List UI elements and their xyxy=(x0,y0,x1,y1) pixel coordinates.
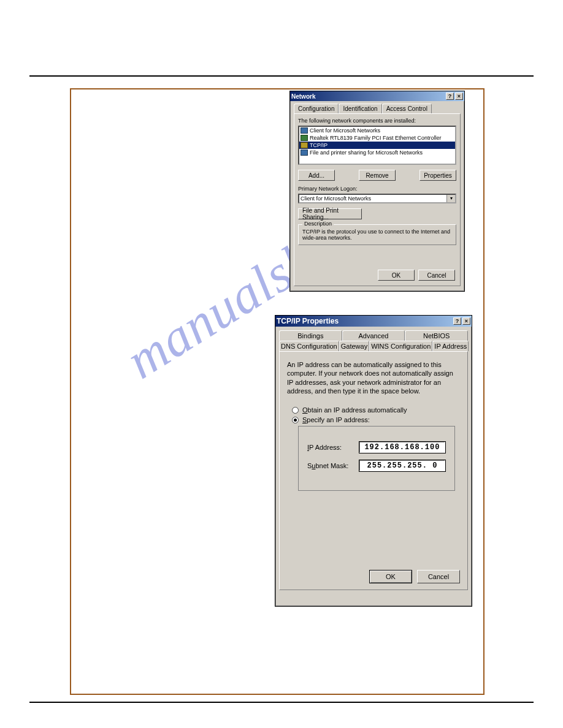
list-item[interactable]: Realtek RTL8139 Family PCI Fast Ethernet… xyxy=(299,134,455,142)
help-icon[interactable]: ? xyxy=(453,317,461,325)
close-icon[interactable]: × xyxy=(455,93,463,100)
add-button[interactable]: Add... xyxy=(298,170,335,181)
tab-ipaddress[interactable]: IP Address xyxy=(432,341,469,351)
page-bottom-rule xyxy=(29,702,534,703)
list-item-label: Client for Microsoft Networks xyxy=(310,127,380,134)
list-item[interactable]: Client for Microsoft Networks xyxy=(299,127,455,134)
list-item-label: File and printer sharing for Microsoft N… xyxy=(310,150,423,156)
tcpip-title: TCP/IP Properties xyxy=(277,317,339,325)
ip-fieldset: IP Address: 192.168.168.100 Subnet Mask:… xyxy=(298,426,455,491)
cancel-button[interactable]: Cancel xyxy=(417,570,460,583)
file-print-sharing-button[interactable]: File and Print Sharing... xyxy=(298,208,362,219)
tcpip-tabs: Bindings Advanced NetBIOS DNS Configurat… xyxy=(279,330,468,351)
document-frame: manualshive.com Network ? × Configuratio… xyxy=(70,88,484,695)
description-text: TCP/IP is the protocol you use to connec… xyxy=(302,229,452,241)
list-item-label: Realtek RTL8139 Family PCI Fast Ethernet… xyxy=(310,135,441,141)
components-listbox[interactable]: Client for Microsoft Networks Realtek RT… xyxy=(298,126,456,165)
properties-button[interactable]: Properties xyxy=(419,170,456,181)
network-dialog: Network ? × Configuration Identification… xyxy=(289,91,465,292)
radio-icon xyxy=(292,417,299,423)
help-icon[interactable]: ? xyxy=(446,93,454,100)
tcpip-titlebar: TCP/IP Properties ? × xyxy=(275,316,472,327)
logon-select[interactable]: Client for Microsoft Networks ▾ xyxy=(298,194,456,203)
ip-address-label: IP Address: xyxy=(307,444,353,451)
list-item[interactable]: TCP/IP xyxy=(299,142,455,149)
chevron-down-icon[interactable]: ▾ xyxy=(446,195,455,202)
close-icon[interactable]: × xyxy=(462,317,470,325)
description-group: Description TCP/IP is the protocol you u… xyxy=(298,224,456,245)
service-icon xyxy=(301,150,308,156)
tab-configuration[interactable]: Configuration xyxy=(294,104,339,113)
logon-value: Client for Microsoft Networks xyxy=(301,195,371,202)
client-icon xyxy=(301,127,308,134)
protocol-icon xyxy=(301,142,308,148)
ok-button[interactable]: OK xyxy=(378,270,415,281)
radio-specify[interactable]: Specify an IP address: xyxy=(292,416,460,423)
radio-specify-label: Specify an IP address: xyxy=(302,416,370,423)
subnet-mask-label: Subnet Mask: xyxy=(307,462,353,469)
network-tabs: Configuration Identification Access Cont… xyxy=(294,104,461,113)
adapter-icon xyxy=(301,135,308,141)
tab-dns[interactable]: DNS Configuration xyxy=(279,341,339,351)
tab-gateway[interactable]: Gateway xyxy=(339,341,369,351)
page-top-rule xyxy=(29,75,534,77)
tab-wins[interactable]: WINS Configuration xyxy=(369,341,432,351)
radio-obtain-label: Obtain an IP address automatically xyxy=(302,406,407,414)
radio-icon xyxy=(292,407,299,414)
tcpip-tab-page: An IP address can be automatically assig… xyxy=(279,351,468,590)
ip-address-input[interactable]: 192.168.168.100 xyxy=(359,441,446,453)
network-title: Network xyxy=(291,93,315,100)
tab-bindings[interactable]: Bindings xyxy=(279,330,342,341)
tcpip-dialog: TCP/IP Properties ? × Bindings Advanced … xyxy=(275,315,472,607)
tab-identification[interactable]: Identification xyxy=(339,104,381,113)
subnet-mask-input[interactable]: 255.255.255. 0 xyxy=(359,460,446,472)
cancel-button[interactable]: Cancel xyxy=(418,270,455,281)
description-legend: Description xyxy=(302,221,334,227)
tab-advanced[interactable]: Advanced xyxy=(342,330,405,341)
network-titlebar: Network ? × xyxy=(290,91,464,101)
components-label: The following network components are ins… xyxy=(298,118,456,124)
list-item[interactable]: File and printer sharing for Microsoft N… xyxy=(299,149,455,156)
remove-button[interactable]: Remove xyxy=(359,170,396,181)
radio-obtain-auto[interactable]: Obtain an IP address automatically xyxy=(292,406,460,414)
list-item-label: TCP/IP xyxy=(310,142,327,148)
ip-instructions: An IP address can be automatically assig… xyxy=(287,360,460,395)
tab-access-control[interactable]: Access Control xyxy=(382,104,432,113)
ok-button[interactable]: OK xyxy=(369,570,412,583)
network-tab-page: The following network components are ins… xyxy=(294,113,461,286)
tab-netbios[interactable]: NetBIOS xyxy=(405,330,468,341)
logon-label: Primary Network Logon: xyxy=(298,186,456,192)
